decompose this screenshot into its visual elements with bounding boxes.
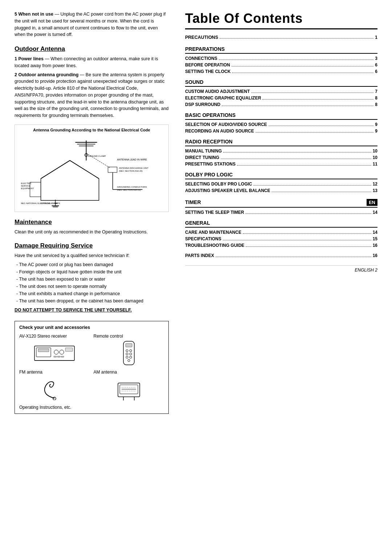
receiver-img (33, 341, 76, 366)
toc-item-recording: RECORDING AN AUDIO SOURCE 9 (185, 129, 377, 134)
troubleshooting-label: TROUBLESHOOTING GUIDE (185, 243, 244, 248)
outdoor-antenna-body: 1 Power lines — When connecting an outdo… (15, 56, 169, 119)
care-label: CARE AND MAINTENANCE (185, 230, 241, 235)
presetting-page: 11 (373, 162, 377, 167)
svg-point-31 (54, 350, 58, 354)
svg-point-40 (126, 350, 128, 352)
svg-point-41 (130, 350, 132, 352)
toc-item-dsp: DSP SURROUND 8 (185, 102, 377, 107)
precautions-line: PRECAUTIONS 1 (185, 35, 377, 41)
toc-section-general: General CARE AND MAINTENANCE 14 SPECIFIC… (185, 220, 377, 248)
precautions-dots (220, 33, 373, 38)
timer-header: Timer En (185, 198, 377, 208)
item-5-number: 5 (15, 12, 18, 17)
svg-text:ELECTRIC: ELECTRIC (21, 182, 32, 184)
sleep-timer-label: SETTING THE SLEEP TIMER (185, 210, 244, 215)
svg-rect-48 (118, 383, 140, 397)
svg-rect-35 (61, 356, 64, 357)
svg-rect-30 (38, 349, 49, 352)
selecting-dolby-page: 12 (373, 182, 377, 187)
damage-item-1: The AC power cord or plug has been damag… (16, 261, 169, 268)
accessories-grid: AV-X120 Stereo receiver (19, 334, 164, 402)
toc-item-connections: CONNECTIONS 3 (185, 56, 377, 61)
remote-svg (120, 341, 138, 366)
damage-title: Damage Requiring Service (15, 242, 169, 249)
care-page: 14 (373, 230, 377, 235)
accessory-am: AM antenna (94, 370, 164, 402)
toc-item-parts-index: PARTS INDEX 16 (185, 253, 377, 258)
audio-video-page: 9 (375, 122, 377, 127)
svg-point-42 (126, 353, 128, 355)
diagram-title: Antenna Grounding According to the Natio… (18, 128, 166, 132)
damage-body: Have the unit serviced by a qualified se… (15, 252, 169, 314)
before-op-label: BEFORE OPERATION (185, 62, 230, 68)
left-column: 5 When not in use — Unplug the AC power … (0, 0, 178, 550)
toc-item-before-operation: BEFORE OPERATION 6 (185, 62, 377, 68)
outdoor-antenna-section: Outdoor Antenna 1 Power lines — When con… (15, 45, 169, 119)
manual-tuning-label: MANUAL TUNING (185, 148, 222, 154)
equalizer-page: 8 (375, 95, 377, 101)
item-5-bold: When not in use (18, 12, 53, 17)
fm-img (33, 376, 76, 402)
toc-item-troubleshooting: TROUBLESHOOTING GUIDE 16 (185, 243, 377, 248)
damage-section: Damage Requiring Service Have the unit s… (15, 242, 169, 314)
toc-item-sleep-timer: SETTING THE SLEEP TIMER 14 (185, 210, 377, 215)
damage-item-3: The unit has been exposed to rain or wat… (16, 276, 169, 283)
op-instructions: Operating Instructions, etc. (19, 405, 164, 410)
toc-section-radio: Radio Reception MANUAL TUNING 10 DIRECT … (185, 139, 377, 167)
svg-rect-33 (54, 356, 57, 357)
am-svg (113, 378, 145, 401)
maintenance-text: Clean the unit only as recommended in th… (15, 229, 169, 236)
setting-clock-label: SETTING THE CLOCK (185, 69, 230, 74)
svg-text:EQUIPMENT: EQUIPMENT (21, 187, 34, 190)
toc-title: Table Of Contents (185, 11, 377, 29)
svg-text:GROUND CLAMP: GROUND CLAMP (88, 155, 106, 157)
toc-section-basic-ops: Basic Operations SELECTION OF AUDIO/VIDE… (185, 112, 377, 134)
toc-section-timer: Timer En SETTING THE SLEEP TIMER 14 (185, 198, 377, 215)
damage-list: The AC power cord or plug has been damag… (16, 261, 169, 305)
outdoor-antenna-title: Outdoor Antenna (15, 45, 169, 53)
recording-label: RECORDING AN AUDIO SOURCE (185, 129, 254, 134)
audio-video-label: SELECTION OF AUDIO/VIDEO SOURCE (185, 122, 267, 127)
accessory-receiver: AV-X120 Stereo receiver (19, 334, 90, 366)
basic-ops-header: Basic Operations (185, 112, 377, 120)
accessories-box: Check your unit and accessories AV-X120 … (15, 321, 169, 414)
toc-item-setting-clock: SETTING THE CLOCK 6 (185, 69, 377, 74)
remote-label: Remote control (94, 334, 123, 339)
accessory-fm: FM antenna (19, 370, 90, 402)
custom-audio-page: 7 (375, 89, 377, 94)
svg-point-45 (130, 356, 132, 358)
before-op-page: 6 (375, 62, 377, 68)
accessory-remote: Remote control (94, 334, 164, 366)
svg-text:ANTENNA LEAD IN WIRE: ANTENNA LEAD IN WIRE (117, 158, 147, 161)
toc-item-specs: SPECIFICATIONS 15 (185, 236, 377, 241)
sleep-timer-page: 14 (373, 210, 377, 215)
fm-label: FM antenna (19, 370, 42, 375)
remote-img (107, 341, 151, 366)
grounding-text: — Be sure the antenna system is properly… (15, 72, 169, 118)
am-img (107, 376, 151, 402)
speaker-level-label: ADJUSTING SPEAKER LEVEL BALANCE (185, 188, 270, 193)
preparations-header: Preparations (185, 46, 377, 54)
connections-page: 3 (375, 56, 377, 61)
troubleshooting-page: 16 (373, 243, 377, 248)
damage-item-4: The unit does not seem to operate normal… (16, 283, 169, 290)
svg-rect-12 (30, 182, 41, 197)
recording-page: 9 (375, 129, 377, 134)
direct-tuning-label: DIRECT TUNING (185, 155, 219, 160)
do-not-warning: DO NOT ATTEMPT TO SERVICE THE UNIT YOURS… (15, 307, 169, 314)
en-badge: En (367, 199, 377, 206)
direct-tuning-page: 10 (373, 155, 377, 160)
specs-page: 15 (373, 236, 377, 241)
outdoor-antenna-item2: 2 Outdoor antenna grounding — Be sure th… (15, 72, 169, 119)
connections-label: CONNECTIONS (185, 56, 217, 61)
damage-item-2: Foreign objects or liquid have gotten in… (16, 268, 169, 276)
toc-item-equalizer: ELECTRONIC GRAPHIC EQUALIZER 8 (185, 95, 377, 101)
am-label: AM antenna (94, 370, 117, 375)
selecting-dolby-label: SELECTING DOLBY PRO LOGIC (185, 182, 252, 187)
powerlines-bold: Power lines (18, 56, 43, 61)
precautions-page: 1 (375, 35, 377, 40)
outdoor-antenna-item1: 1 Power lines — When connecting an outdo… (15, 56, 169, 69)
speaker-level-page: 13 (373, 188, 377, 193)
svg-text:SERVICE: SERVICE (21, 185, 30, 187)
